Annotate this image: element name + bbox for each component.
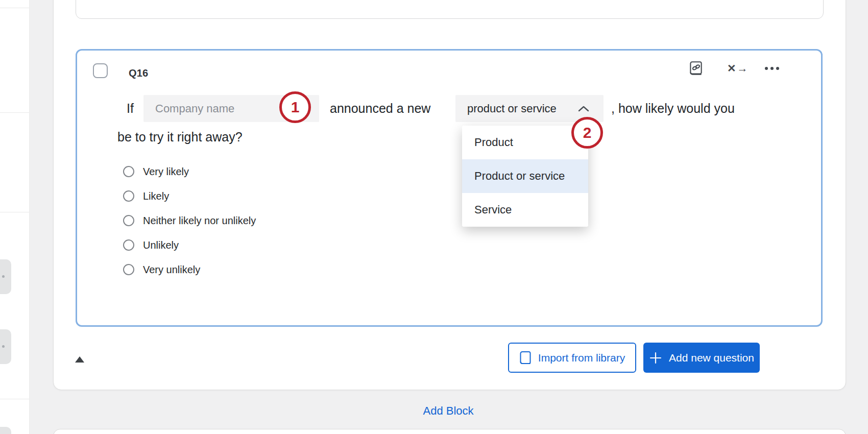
rail-divider xyxy=(0,212,29,212)
choice-row[interactable]: Unlikely xyxy=(117,238,179,252)
handle-dot-icon xyxy=(2,275,5,278)
left-rail xyxy=(0,0,30,434)
radio-icon[interactable] xyxy=(123,239,134,251)
skip-logic-icon[interactable]: ✕→ xyxy=(727,62,749,75)
prompt-suffix: , how likely would you xyxy=(611,101,735,116)
radio-icon[interactable] xyxy=(123,215,134,226)
rail-divider xyxy=(0,399,29,399)
annotation-circle-2: 2 xyxy=(571,117,603,149)
rail-divider xyxy=(0,8,29,8)
choice-label: Very likely xyxy=(143,166,189,178)
next-block-card[interactable] xyxy=(53,429,846,434)
radio-icon[interactable] xyxy=(123,166,134,177)
annotation-number: 2 xyxy=(583,124,592,141)
company-name-placeholder: Company name xyxy=(155,95,234,122)
radio-icon[interactable] xyxy=(123,264,134,275)
copy-to-library-icon[interactable] xyxy=(687,60,705,79)
prompt-line2: be to try it right away? xyxy=(117,130,243,144)
choice-row[interactable]: Very unlikely xyxy=(117,262,200,277)
choice-label: Very unlikely xyxy=(143,264,200,276)
radio-icon[interactable] xyxy=(123,190,134,202)
prompt-prefix: If xyxy=(127,101,134,116)
question-select-checkbox[interactable] xyxy=(93,63,108,78)
collapsed-panel-handle[interactable] xyxy=(0,329,11,364)
dropdown-selected-value: product or service xyxy=(467,95,557,122)
plus-icon xyxy=(649,351,662,365)
import-button-label: Import from library xyxy=(538,352,625,364)
prompt-middle: announced a new xyxy=(330,101,430,116)
choice-row[interactable]: Very likely xyxy=(117,164,189,179)
book-icon xyxy=(519,351,532,365)
more-options-icon[interactable] xyxy=(765,67,779,70)
choice-label: Unlikely xyxy=(143,239,179,251)
choice-label: Neither likely nor unlikely xyxy=(143,215,256,227)
collapsed-panel-handle[interactable] xyxy=(0,427,11,434)
question-card-q16[interactable] xyxy=(76,49,823,327)
previous-question-card[interactable] xyxy=(76,0,824,19)
add-button-label: Add new question xyxy=(669,352,754,364)
dropdown-option-product[interactable]: Product xyxy=(462,126,588,159)
add-new-question-button[interactable]: Add new question xyxy=(643,343,760,373)
handle-dot-icon xyxy=(2,345,5,348)
dropdown-option-product-or-service[interactable]: Product or service xyxy=(462,159,588,193)
collapse-block-arrow[interactable] xyxy=(75,356,84,363)
choice-label: Likely xyxy=(143,190,169,202)
annotation-circle-1: 1 xyxy=(279,91,311,123)
import-from-library-button[interactable]: Import from library xyxy=(508,343,636,373)
rail-divider xyxy=(0,112,29,113)
collapsed-panel-handle[interactable] xyxy=(0,259,11,294)
choice-row[interactable]: Neither likely nor unlikely xyxy=(117,213,256,228)
choice-row[interactable]: Likely xyxy=(117,189,169,203)
annotation-number: 1 xyxy=(291,99,300,116)
dropdown-option-service[interactable]: Service xyxy=(462,193,588,227)
question-id-label: Q16 xyxy=(129,67,148,79)
add-block-link[interactable]: Add Block xyxy=(397,404,499,418)
chevron-up-icon xyxy=(578,106,589,112)
dropdown-menu: Product Product or service Service xyxy=(462,126,588,227)
